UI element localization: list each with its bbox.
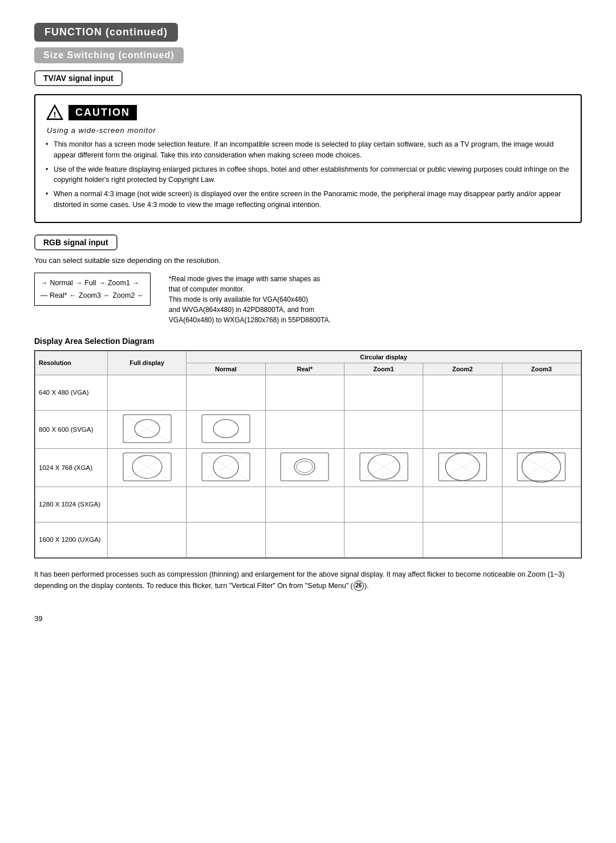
cell-xga-zoom2 <box>423 448 502 487</box>
svg-rect-16 <box>281 453 329 481</box>
flow-diagram: → Normal → Full → Zoom1 → — Real* ← Zoom… <box>34 273 582 325</box>
flow-label-full: Full <box>84 279 96 287</box>
caution-bullet-1: This monitor has a screen mode selection… <box>46 139 570 161</box>
cell-xga-zoom3 <box>502 448 581 487</box>
table-row: 1600 X 1200 (UXGA) <box>35 522 581 557</box>
cell-xga-zoom1 <box>344 448 423 487</box>
cell-uxga-full <box>107 522 186 557</box>
col-zoom2: Zoom2 <box>423 363 502 375</box>
circle-ref: 26 <box>354 581 364 591</box>
cell-uxga-real <box>265 522 344 557</box>
table-row: 640 X 480 (VGA) <box>35 375 581 410</box>
display-area-title: Display Area Selection Diagram <box>34 337 582 346</box>
table-row: 1280 X 1024 (SXGA) <box>35 487 581 522</box>
col-zoom3: Zoom3 <box>502 363 581 375</box>
cell-vga-zoom3 <box>502 375 581 410</box>
table-header-row-1: Resolution Full display Circular display <box>35 351 581 363</box>
caution-triangle-icon: ! <box>46 103 64 121</box>
col-normal: Normal <box>187 363 265 375</box>
cell-sxga-normal <box>187 487 265 522</box>
cell-vga-zoom2 <box>423 375 502 410</box>
cell-xga-full <box>107 448 186 487</box>
arrow-left-icon-1: ← <box>70 291 77 299</box>
col-zoom1: Zoom1 <box>344 363 423 375</box>
cell-sxga-real <box>265 487 344 522</box>
res-xga: 1024 X 768 (XGA) <box>35 448 108 487</box>
cell-xga-normal <box>187 448 265 487</box>
arrow-right-icon-2: → <box>75 279 83 287</box>
caution-bullet-3: When a normal 4:3 image (not wide screen… <box>46 189 570 210</box>
size-switching-title: Size Switching (continued) <box>34 47 184 63</box>
cell-svga-zoom2 <box>423 410 502 448</box>
flow-note-line-2: that of computer monitor. <box>169 284 331 294</box>
table-wrapper: Resolution Full display Circular display… <box>34 350 582 558</box>
caution-bullet-2: Use of the wide feature displaying enlar… <box>46 164 570 186</box>
svg-text:!: ! <box>54 110 56 119</box>
flow-label-normal: Normal <box>50 279 73 287</box>
flow-note-line-4: and WVGA(864x480) in 42PD8800TA, and fro… <box>169 305 331 315</box>
footer-text: It has been performed processes such as … <box>34 569 582 591</box>
cell-vga-full <box>107 375 186 410</box>
cell-svga-zoom1 <box>344 410 423 448</box>
cell-vga-normal <box>187 375 265 410</box>
arrow-left-icon-2: ← <box>103 291 111 299</box>
cell-uxga-normal <box>187 522 265 557</box>
res-svga: 800 X 600 (SVGA) <box>35 410 108 448</box>
flow-row-2: — Real* ← Zoom3 ← Zoom2 ← <box>40 289 144 302</box>
col-full-display: Full display <box>107 351 186 375</box>
col-real: Real* <box>265 363 344 375</box>
tv-av-badge: TV/AV signal input <box>34 70 123 86</box>
rgb-badge: RGB signal input <box>34 234 117 250</box>
cell-svga-real <box>265 410 344 448</box>
col-circular-display: Circular display <box>187 351 581 363</box>
cell-svga-normal <box>187 410 265 448</box>
flow-label-zoom1: Zoom1 <box>108 279 130 287</box>
cell-sxga-zoom1 <box>344 487 423 522</box>
flow-label-zoom2: Zoom2 <box>112 291 135 299</box>
cell-uxga-zoom1 <box>344 522 423 557</box>
flow-row-1: → Normal → Full → Zoom1 → <box>40 277 144 289</box>
res-sxga: 1280 X 1024 (SXGA) <box>35 487 108 522</box>
table-row: 800 X 600 (SVGA) <box>35 410 581 448</box>
page-container: FUNCTION (continued) Size Switching (con… <box>34 23 582 623</box>
arrow-right-icon-1: → <box>40 279 48 287</box>
caution-label: CAUTION <box>68 105 137 120</box>
flow-label-real: — Real* <box>40 291 67 299</box>
cell-svga-full <box>107 410 186 448</box>
caution-list: This monitor has a screen mode selection… <box>46 139 570 210</box>
svg-point-18 <box>297 461 313 472</box>
cell-uxga-zoom2 <box>423 522 502 557</box>
cell-uxga-zoom3 <box>502 522 581 557</box>
cell-vga-zoom1 <box>344 375 423 410</box>
cell-sxga-full <box>107 487 186 522</box>
flow-note: *Real mode gives the image with same sha… <box>169 273 331 325</box>
svg-rect-6 <box>202 415 250 443</box>
cell-svga-zoom3 <box>502 410 581 448</box>
cell-sxga-zoom2 <box>423 487 502 522</box>
flow-note-line-3: This mode is only available for VGA(640x… <box>169 294 331 305</box>
cell-xga-real <box>265 448 344 487</box>
flow-left: → Normal → Full → Zoom1 → — Real* ← Zoom… <box>34 273 151 306</box>
flow-note-line-5: VGA(640x480) to WXGA(1280x768) in 55PD88… <box>169 315 331 325</box>
cell-sxga-zoom3 <box>502 487 581 522</box>
res-uxga: 1600 X 1200 (UXGA) <box>35 522 108 557</box>
caution-box: ! CAUTION Using a wide-screen monitor Th… <box>34 94 582 223</box>
cell-vga-real <box>265 375 344 410</box>
arrow-right-icon-4: → <box>132 279 140 287</box>
caution-subtitle: Using a wide-screen monitor <box>47 126 570 135</box>
page-number: 39 <box>34 614 582 623</box>
table-row: 1024 X 768 (XGA) <box>35 448 581 487</box>
res-vga: 640 X 480 (VGA) <box>35 375 108 410</box>
display-table: Resolution Full display Circular display… <box>35 351 581 558</box>
arrow-left-icon-3: ← <box>137 291 144 299</box>
rgb-description: You can select suitable size depending o… <box>34 256 582 265</box>
caution-header: ! CAUTION <box>46 103 570 121</box>
function-title: FUNCTION (continued) <box>34 23 178 42</box>
flow-note-line-1: *Real mode gives the image with same sha… <box>169 274 331 284</box>
svg-point-7 <box>213 419 238 437</box>
col-resolution: Resolution <box>35 351 108 375</box>
arrow-right-icon-3: → <box>98 279 106 287</box>
flow-label-zoom3: Zoom3 <box>79 291 101 299</box>
